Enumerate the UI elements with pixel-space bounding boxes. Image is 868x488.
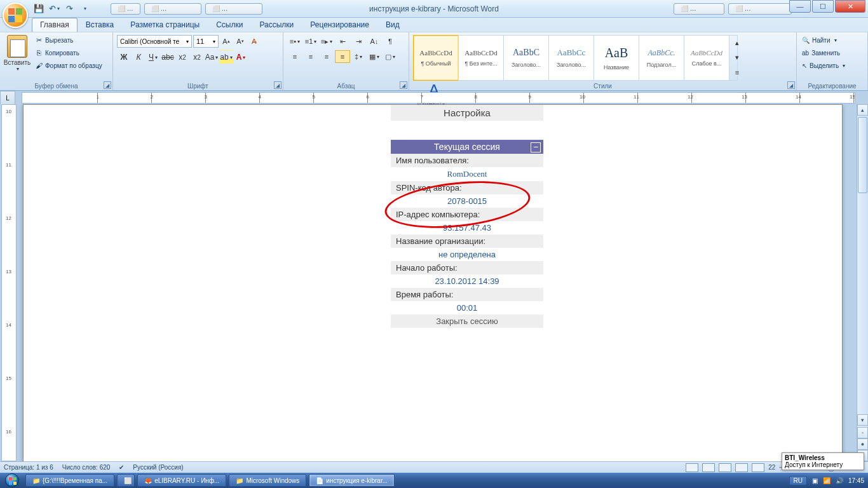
numbering-button[interactable]: ≡1▾: [303, 35, 318, 48]
status-language[interactable]: Русский (Россия): [133, 464, 183, 471]
minus-icon[interactable]: −: [531, 142, 541, 152]
align-right-button[interactable]: ≡: [319, 50, 334, 63]
style-subtitle[interactable]: AaBbCc.Подзагол...: [639, 35, 684, 81]
style-no-spacing[interactable]: AaBbCcDd¶ Без инте...: [458, 35, 504, 81]
highlight-button[interactable]: ab▾: [219, 50, 233, 64]
justify-button[interactable]: ≡: [335, 50, 350, 63]
font-color-button[interactable]: A▾: [234, 50, 248, 64]
ruler-corner[interactable]: L: [0, 91, 15, 105]
underline-button[interactable]: Ч▾: [146, 50, 160, 64]
qat-customize-icon[interactable]: ▾: [78, 2, 92, 16]
dialog-launcher-icon[interactable]: ◢: [274, 81, 281, 89]
multilevel-button[interactable]: ≡▸▾: [319, 35, 334, 48]
task-item[interactable]: 🦊eLIBRARY.RU - Инф...: [137, 474, 226, 487]
shrink-font-icon[interactable]: A▾: [234, 35, 247, 48]
status-words[interactable]: Число слов: 620: [62, 464, 111, 471]
status-page[interactable]: Страница: 1 из 6: [4, 464, 53, 471]
save-icon[interactable]: 💾: [32, 2, 46, 16]
elib-close-session[interactable]: Закрыть сессию: [391, 315, 543, 328]
decrease-indent-button[interactable]: ⇤: [335, 35, 350, 48]
redo-icon[interactable]: ↷: [62, 2, 76, 16]
scroll-up-icon[interactable]: ▴: [857, 104, 868, 116]
close-button[interactable]: ✕: [835, 0, 865, 13]
tab-insert[interactable]: Вставка: [78, 18, 123, 32]
bg-tab[interactable]: ⬜ …: [728, 3, 792, 15]
start-button[interactable]: [0, 473, 24, 488]
scroll-track[interactable]: [857, 116, 868, 414]
superscript-button[interactable]: x2: [190, 50, 204, 64]
task-item[interactable]: 📁Microsoft Windows: [229, 474, 306, 487]
sort-button[interactable]: A↓: [367, 35, 382, 48]
bg-tab[interactable]: ⬜ …: [205, 3, 262, 15]
view-print-layout-icon[interactable]: [686, 463, 698, 472]
style-subtle[interactable]: AaBbCcDdСлабое в...: [684, 35, 729, 81]
replace-button[interactable]: abЗаменить: [801, 46, 864, 59]
browse-object-icon[interactable]: ●: [857, 438, 868, 450]
style-title[interactable]: AaBНазвание: [593, 35, 639, 81]
shading-button[interactable]: ▦▾: [367, 50, 382, 63]
clear-formatting-icon[interactable]: A̶: [248, 35, 261, 48]
dialog-launcher-icon[interactable]: ◢: [400, 81, 407, 89]
scroll-down-icon[interactable]: ▾: [857, 414, 868, 426]
tab-view[interactable]: Вид: [377, 18, 408, 32]
italic-button[interactable]: К: [132, 50, 146, 64]
vertical-ruler[interactable]: 10111213141516: [1, 104, 17, 461]
cut-button[interactable]: ✂Вырезать: [33, 34, 102, 46]
status-spellcheck-icon[interactable]: ✔: [119, 464, 124, 471]
tray-icon[interactable]: ▣: [812, 477, 818, 484]
find-button[interactable]: 🔍Найти▾: [801, 34, 864, 46]
tray-network-icon[interactable]: 📶: [823, 477, 831, 484]
select-button[interactable]: ↖Выделить▾: [801, 59, 864, 72]
view-outline-icon[interactable]: [735, 463, 748, 472]
subscript-button[interactable]: x2: [175, 50, 189, 64]
tray-language[interactable]: RU: [789, 476, 807, 485]
gallery-more-icon[interactable]: ≡: [729, 65, 745, 80]
tab-mailings[interactable]: Рассылки: [251, 18, 302, 32]
style-heading1[interactable]: AaBbCЗаголово...: [503, 35, 549, 81]
line-spacing-button[interactable]: ‡▾: [351, 50, 366, 63]
tab-review[interactable]: Рецензирование: [302, 18, 377, 32]
vertical-scrollbar[interactable]: ▴ ▾ ◦ ● ◦: [857, 104, 868, 461]
align-center-button[interactable]: ≡: [303, 50, 318, 63]
prev-page-icon[interactable]: ◦: [857, 427, 868, 438]
style-heading2[interactable]: AaBbCcЗаголово...: [548, 35, 594, 81]
tray-volume-icon[interactable]: 🔊: [836, 477, 843, 484]
network-notification[interactable]: BTI_Wireless Доступ к Интернету: [782, 452, 864, 470]
strike-button[interactable]: abc: [161, 50, 175, 64]
task-item[interactable]: ⬜: [117, 474, 135, 487]
font-name-combo[interactable]: Calibri (Основной те▾: [117, 35, 192, 48]
bg-tab[interactable]: ⬜ …: [144, 3, 201, 15]
gallery-down-icon[interactable]: ▾: [729, 50, 745, 65]
view-web-icon[interactable]: [719, 463, 731, 472]
bullets-button[interactable]: ≡•▾: [287, 35, 302, 48]
font-size-combo[interactable]: 11▾: [193, 35, 219, 48]
increase-indent-button[interactable]: ⇥: [351, 35, 366, 48]
task-item-active[interactable]: 📄инструкция e-kibrar...: [309, 474, 395, 487]
format-painter-button[interactable]: 🖌Формат по образцу: [33, 59, 102, 72]
tab-page-layout[interactable]: Разметка страницы: [122, 18, 208, 32]
office-button[interactable]: [3, 3, 28, 28]
maximize-button[interactable]: ☐: [812, 0, 834, 13]
gallery-up-icon[interactable]: ▴: [729, 36, 745, 50]
page-scroll[interactable]: Настройка Текущая сессия − Имя пользоват…: [17, 104, 857, 461]
bold-button[interactable]: Ж: [117, 50, 131, 64]
style-normal[interactable]: AaBbCcDd¶ Обычный: [413, 35, 459, 81]
copy-button[interactable]: ⎘Копировать: [33, 46, 102, 59]
change-case-button[interactable]: Aa▾: [205, 50, 219, 64]
bg-tab[interactable]: ⬜ …: [111, 3, 140, 15]
dialog-launcher-icon[interactable]: ◢: [104, 81, 111, 89]
zoom-percent[interactable]: 22: [768, 464, 775, 471]
grow-font-icon[interactable]: A▴: [220, 35, 233, 48]
view-full-screen-icon[interactable]: [702, 463, 715, 472]
minimize-button[interactable]: —: [789, 0, 811, 13]
dialog-launcher-icon[interactable]: ◢: [787, 81, 795, 89]
borders-button[interactable]: ▢▾: [383, 50, 398, 63]
undo-icon[interactable]: ↶▾: [47, 2, 61, 16]
align-left-button[interactable]: ≡: [287, 50, 302, 63]
tab-home[interactable]: Главная: [32, 18, 78, 32]
paste-button[interactable]: Вставить ▾: [4, 34, 31, 78]
tray-time[interactable]: 17:45: [848, 477, 864, 484]
show-marks-button[interactable]: ¶: [383, 35, 398, 48]
page[interactable]: Настройка Текущая сессия − Имя пользоват…: [23, 104, 843, 461]
scroll-thumb[interactable]: [858, 117, 867, 193]
